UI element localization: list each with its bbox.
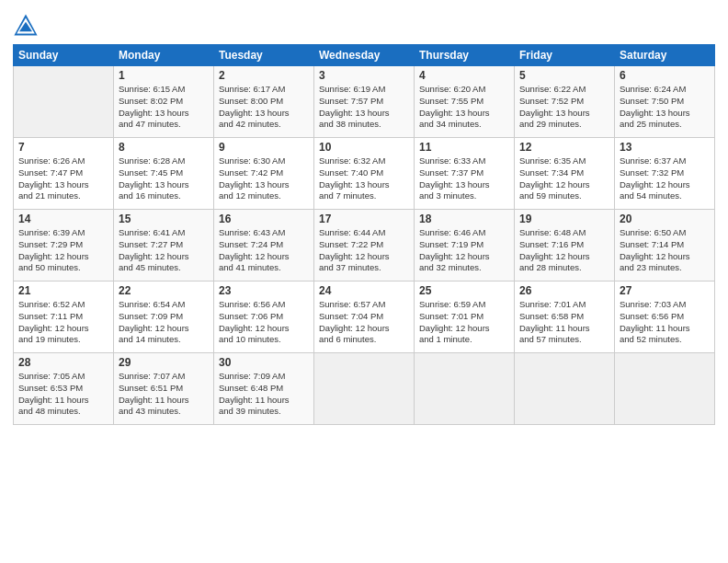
- day-number: 24: [319, 284, 409, 297]
- day-cell: 5Sunrise: 6:22 AM Sunset: 7:52 PM Daylig…: [515, 66, 615, 138]
- day-number: 29: [119, 356, 209, 369]
- day-number: 16: [219, 213, 309, 225]
- header-cell-tuesday: Tuesday: [214, 45, 314, 66]
- day-cell: 20Sunrise: 6:50 AM Sunset: 7:14 PM Dayli…: [615, 210, 715, 282]
- day-content: Sunrise: 6:52 AM Sunset: 7:11 PM Dayligh…: [18, 299, 108, 346]
- week-row-1: 1Sunrise: 6:15 AM Sunset: 8:02 PM Daylig…: [14, 66, 715, 138]
- day-content: Sunrise: 6:37 AM Sunset: 7:32 PM Dayligh…: [620, 155, 710, 202]
- day-content: Sunrise: 6:39 AM Sunset: 7:29 PM Dayligh…: [18, 227, 108, 274]
- day-number: 19: [519, 213, 609, 225]
- day-number: 14: [18, 213, 108, 225]
- day-cell: 24Sunrise: 6:57 AM Sunset: 7:04 PM Dayli…: [314, 282, 415, 353]
- header-cell-monday: Monday: [114, 45, 214, 66]
- day-content: Sunrise: 7:05 AM Sunset: 6:53 PM Dayligh…: [18, 371, 108, 418]
- day-content: Sunrise: 6:33 AM Sunset: 7:37 PM Dayligh…: [419, 155, 509, 202]
- day-cell: 25Sunrise: 6:59 AM Sunset: 7:01 PM Dayli…: [415, 282, 515, 353]
- day-number: 25: [419, 284, 509, 297]
- day-number: 11: [419, 141, 509, 154]
- day-cell: [515, 353, 615, 425]
- day-content: Sunrise: 6:46 AM Sunset: 7:19 PM Dayligh…: [419, 227, 509, 274]
- day-content: Sunrise: 6:20 AM Sunset: 7:55 PM Dayligh…: [419, 84, 509, 131]
- header-cell-sunday: Sunday: [14, 45, 114, 66]
- logo: [13, 13, 42, 39]
- header-cell-friday: Friday: [515, 45, 615, 66]
- day-number: 18: [419, 213, 509, 225]
- week-row-3: 14Sunrise: 6:39 AM Sunset: 7:29 PM Dayli…: [14, 210, 715, 282]
- day-number: 17: [319, 213, 409, 225]
- day-cell: 28Sunrise: 7:05 AM Sunset: 6:53 PM Dayli…: [14, 353, 114, 425]
- day-cell: 13Sunrise: 6:37 AM Sunset: 7:32 PM Dayli…: [615, 138, 715, 210]
- day-content: Sunrise: 6:28 AM Sunset: 7:45 PM Dayligh…: [119, 155, 209, 202]
- day-number: 13: [620, 141, 710, 154]
- day-content: Sunrise: 6:17 AM Sunset: 8:00 PM Dayligh…: [219, 84, 309, 131]
- week-row-5: 28Sunrise: 7:05 AM Sunset: 6:53 PM Dayli…: [14, 353, 715, 425]
- header-cell-thursday: Thursday: [415, 45, 515, 66]
- day-number: 10: [319, 141, 409, 154]
- page-container: SundayMondayTuesdayWednesdayThursdayFrid…: [0, 0, 728, 434]
- day-cell: 2Sunrise: 6:17 AM Sunset: 8:00 PM Daylig…: [214, 66, 314, 138]
- day-cell: 16Sunrise: 6:43 AM Sunset: 7:24 PM Dayli…: [214, 210, 314, 282]
- day-cell: 10Sunrise: 6:32 AM Sunset: 7:40 PM Dayli…: [314, 138, 415, 210]
- calendar-table: SundayMondayTuesdayWednesdayThursdayFrid…: [13, 44, 715, 425]
- day-number: 5: [519, 69, 609, 82]
- day-cell: 11Sunrise: 6:33 AM Sunset: 7:37 PM Dayli…: [415, 138, 515, 210]
- day-cell: 30Sunrise: 7:09 AM Sunset: 6:48 PM Dayli…: [214, 353, 314, 425]
- day-number: 12: [519, 141, 609, 154]
- day-number: 30: [219, 356, 309, 369]
- day-number: 28: [18, 356, 108, 369]
- day-number: 23: [219, 284, 309, 297]
- day-content: Sunrise: 6:15 AM Sunset: 8:02 PM Dayligh…: [119, 84, 209, 131]
- day-cell: 18Sunrise: 6:46 AM Sunset: 7:19 PM Dayli…: [415, 210, 515, 282]
- day-cell: 9Sunrise: 6:30 AM Sunset: 7:42 PM Daylig…: [214, 138, 314, 210]
- day-number: 2: [219, 69, 309, 82]
- day-content: Sunrise: 6:35 AM Sunset: 7:34 PM Dayligh…: [519, 155, 609, 202]
- day-content: Sunrise: 6:59 AM Sunset: 7:01 PM Dayligh…: [419, 299, 509, 346]
- day-content: Sunrise: 7:03 AM Sunset: 6:56 PM Dayligh…: [620, 299, 710, 346]
- day-number: 8: [119, 141, 209, 154]
- day-cell: 6Sunrise: 6:24 AM Sunset: 7:50 PM Daylig…: [615, 66, 715, 138]
- day-number: 27: [620, 284, 710, 297]
- day-content: Sunrise: 6:32 AM Sunset: 7:40 PM Dayligh…: [319, 155, 409, 202]
- day-cell: 17Sunrise: 6:44 AM Sunset: 7:22 PM Dayli…: [314, 210, 415, 282]
- day-content: Sunrise: 6:50 AM Sunset: 7:14 PM Dayligh…: [620, 227, 710, 274]
- day-number: 9: [219, 141, 309, 154]
- day-cell: 29Sunrise: 7:07 AM Sunset: 6:51 PM Dayli…: [114, 353, 214, 425]
- header-row: SundayMondayTuesdayWednesdayThursdayFrid…: [14, 45, 715, 66]
- day-content: Sunrise: 6:57 AM Sunset: 7:04 PM Dayligh…: [319, 299, 409, 346]
- day-content: Sunrise: 6:44 AM Sunset: 7:22 PM Dayligh…: [319, 227, 409, 274]
- day-content: Sunrise: 6:48 AM Sunset: 7:16 PM Dayligh…: [519, 227, 609, 274]
- week-row-2: 7Sunrise: 6:26 AM Sunset: 7:47 PM Daylig…: [14, 138, 715, 210]
- day-cell: 22Sunrise: 6:54 AM Sunset: 7:09 PM Dayli…: [114, 282, 214, 353]
- header: [13, 9, 715, 39]
- day-number: 22: [119, 284, 209, 297]
- day-content: Sunrise: 6:26 AM Sunset: 7:47 PM Dayligh…: [18, 155, 108, 202]
- day-cell: [615, 353, 715, 425]
- day-content: Sunrise: 7:01 AM Sunset: 6:58 PM Dayligh…: [519, 299, 609, 346]
- day-cell: 21Sunrise: 6:52 AM Sunset: 7:11 PM Dayli…: [14, 282, 114, 353]
- day-content: Sunrise: 6:41 AM Sunset: 7:27 PM Dayligh…: [119, 227, 209, 274]
- day-cell: 3Sunrise: 6:19 AM Sunset: 7:57 PM Daylig…: [314, 66, 415, 138]
- day-number: 21: [18, 284, 108, 297]
- day-content: Sunrise: 6:56 AM Sunset: 7:06 PM Dayligh…: [219, 299, 309, 346]
- day-content: Sunrise: 6:54 AM Sunset: 7:09 PM Dayligh…: [119, 299, 209, 346]
- day-content: Sunrise: 6:19 AM Sunset: 7:57 PM Dayligh…: [319, 84, 409, 131]
- day-cell: 23Sunrise: 6:56 AM Sunset: 7:06 PM Dayli…: [214, 282, 314, 353]
- day-content: Sunrise: 7:09 AM Sunset: 6:48 PM Dayligh…: [219, 371, 309, 418]
- week-row-4: 21Sunrise: 6:52 AM Sunset: 7:11 PM Dayli…: [14, 282, 715, 353]
- header-cell-saturday: Saturday: [615, 45, 715, 66]
- day-cell: 27Sunrise: 7:03 AM Sunset: 6:56 PM Dayli…: [615, 282, 715, 353]
- day-number: 1: [119, 69, 209, 82]
- day-cell: 4Sunrise: 6:20 AM Sunset: 7:55 PM Daylig…: [415, 66, 515, 138]
- day-content: Sunrise: 6:30 AM Sunset: 7:42 PM Dayligh…: [219, 155, 309, 202]
- logo-icon: [13, 13, 39, 39]
- day-content: Sunrise: 6:22 AM Sunset: 7:52 PM Dayligh…: [519, 84, 609, 131]
- day-cell: 19Sunrise: 6:48 AM Sunset: 7:16 PM Dayli…: [515, 210, 615, 282]
- day-cell: [415, 353, 515, 425]
- day-cell: 12Sunrise: 6:35 AM Sunset: 7:34 PM Dayli…: [515, 138, 615, 210]
- day-cell: 26Sunrise: 7:01 AM Sunset: 6:58 PM Dayli…: [515, 282, 615, 353]
- day-number: 6: [620, 69, 710, 82]
- day-cell: 7Sunrise: 6:26 AM Sunset: 7:47 PM Daylig…: [14, 138, 114, 210]
- day-cell: [14, 66, 114, 138]
- day-number: 26: [519, 284, 609, 297]
- day-cell: 14Sunrise: 6:39 AM Sunset: 7:29 PM Dayli…: [14, 210, 114, 282]
